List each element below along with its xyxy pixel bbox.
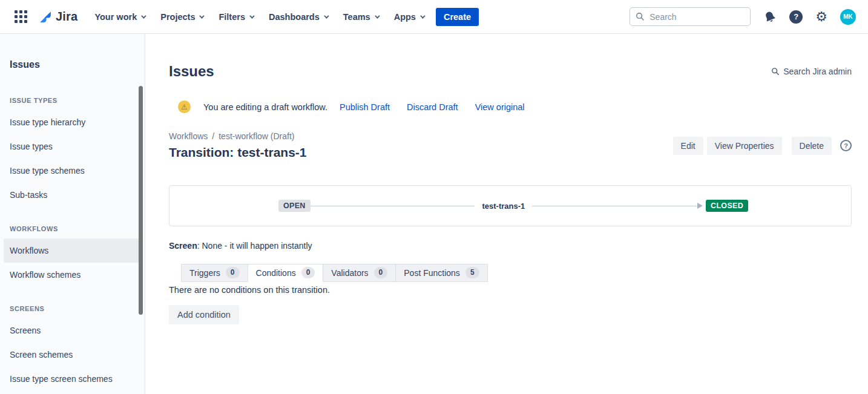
transition-line — [532, 206, 697, 206]
transition-diagram: OPEN test-trans-1 CLOSED — [169, 185, 852, 226]
sidebar-title: Issues — [10, 59, 135, 70]
tab-triggers-count: 0 — [226, 267, 240, 278]
breadcrumb: Workflows/test-workflow (Draft) — [169, 131, 307, 141]
main-content: Issues Search Jira admin ⚠ You are editi… — [145, 34, 868, 394]
publish-draft-link[interactable]: Publish Draft — [340, 102, 390, 112]
view-properties-button[interactable]: View Properties — [707, 137, 782, 155]
settings-gear-icon[interactable]: ⚙ — [815, 10, 827, 24]
sidebar-item-workflows[interactable]: Workflows — [4, 238, 142, 263]
help-icon[interactable]: ? — [789, 10, 803, 24]
user-avatar[interactable]: MK — [840, 9, 856, 25]
transition-label: test-trans-1 — [482, 202, 525, 211]
transition-tabs: Triggers 0 Conditions 0 Validators 0 Pos… — [181, 264, 852, 282]
sidebar-item-issue-type-hierarchy[interactable]: Issue type hierarchy — [10, 110, 135, 134]
chevron-down-icon — [141, 13, 146, 18]
notifications-bell-icon[interactable] — [761, 8, 779, 25]
add-condition-button[interactable]: Add condition — [169, 305, 239, 324]
app-switcher-icon[interactable] — [10, 5, 32, 28]
search-jira-admin-link[interactable]: Search Jira admin — [771, 67, 852, 76]
edit-button[interactable]: Edit — [673, 137, 703, 155]
nav-your-work[interactable]: Your work — [88, 7, 151, 27]
sidebar-item-sub-tasks[interactable]: Sub-tasks — [10, 183, 135, 207]
tab-validators[interactable]: Validators 0 — [323, 264, 396, 282]
page-title: Issues — [169, 63, 214, 80]
sidebar-item-issue-type-screen-schemes[interactable]: Issue type screen schemes — [10, 367, 135, 391]
no-conditions-message: There are no conditions on this transiti… — [169, 285, 852, 295]
sidebar-group-screens: SCREENS — [10, 305, 135, 312]
chevron-down-icon — [420, 13, 425, 18]
tab-conditions-count: 0 — [301, 267, 315, 278]
screen-info-label: Screen — [169, 241, 197, 251]
transition-line — [311, 206, 475, 206]
status-badge-open: OPEN — [278, 200, 311, 212]
sidebar-item-issue-type-schemes[interactable]: Issue type schemes — [10, 159, 135, 183]
help-question-icon[interactable]: ? — [840, 140, 852, 151]
tab-conditions[interactable]: Conditions 0 — [248, 264, 324, 282]
jira-logo-text: Jira — [56, 10, 77, 24]
jira-logo[interactable]: Jira — [38, 9, 77, 24]
sidebar-item-screen-schemes[interactable]: Screen schemes — [10, 343, 135, 367]
discard-draft-link[interactable]: Discard Draft — [407, 102, 458, 112]
nav-apps[interactable]: Apps — [388, 7, 430, 27]
top-navigation-bar: Jira Your work Projects Filters Dashboar… — [0, 0, 868, 34]
draft-workflow-banner: ⚠ You are editing a draft workflow. Publ… — [169, 100, 852, 113]
chevron-down-icon — [200, 13, 205, 18]
screen-info: Screen: None - it will happen instantly — [169, 241, 852, 251]
sidebar-group-workflows: WORKFLOWS — [10, 225, 135, 232]
sidebar-item-screens[interactable]: Screens — [10, 318, 135, 343]
sidebar-item-issue-types[interactable]: Issue types — [10, 134, 135, 159]
transition-heading: Transition: test-trans-1 — [169, 145, 307, 160]
tab-triggers[interactable]: Triggers 0 — [181, 264, 248, 282]
global-search — [630, 7, 751, 26]
screen-info-value: : None - it will happen instantly — [197, 241, 312, 251]
delete-button[interactable]: Delete — [792, 137, 832, 155]
jira-logo-icon — [38, 9, 53, 24]
admin-sidebar: Issues ISSUE TYPES Issue type hierarchy … — [0, 34, 145, 394]
search-icon — [771, 67, 780, 76]
chevron-down-icon — [249, 13, 254, 18]
primary-nav: Your work Projects Filters Dashboards Te… — [88, 7, 430, 27]
tab-post-functions[interactable]: Post Functions 5 — [395, 264, 487, 282]
view-original-link[interactable]: View original — [475, 102, 525, 112]
tab-post-functions-count: 5 — [465, 267, 479, 278]
nav-projects[interactable]: Projects — [154, 7, 209, 27]
arrow-right-icon — [697, 203, 703, 209]
sidebar-item-workflow-schemes[interactable]: Workflow schemes — [10, 263, 135, 287]
nav-teams[interactable]: Teams — [337, 7, 384, 27]
chevron-down-icon — [324, 13, 329, 18]
sidebar-group-issue-types: ISSUE TYPES — [10, 97, 135, 104]
nav-filters[interactable]: Filters — [212, 7, 259, 27]
create-button[interactable]: Create — [436, 8, 479, 26]
draft-banner-message: You are editing a draft workflow. — [203, 102, 327, 112]
tab-validators-count: 0 — [374, 267, 388, 278]
sidebar-scrollbar[interactable] — [139, 86, 143, 315]
warning-icon: ⚠ — [178, 100, 191, 113]
search-icon — [636, 12, 645, 21]
search-input[interactable] — [630, 7, 751, 26]
breadcrumb-workflows[interactable]: Workflows — [169, 131, 208, 141]
status-badge-closed: CLOSED — [706, 200, 748, 212]
chevron-down-icon — [375, 13, 380, 18]
breadcrumb-current: test-workflow (Draft) — [219, 131, 294, 141]
nav-dashboards[interactable]: Dashboards — [263, 7, 334, 27]
